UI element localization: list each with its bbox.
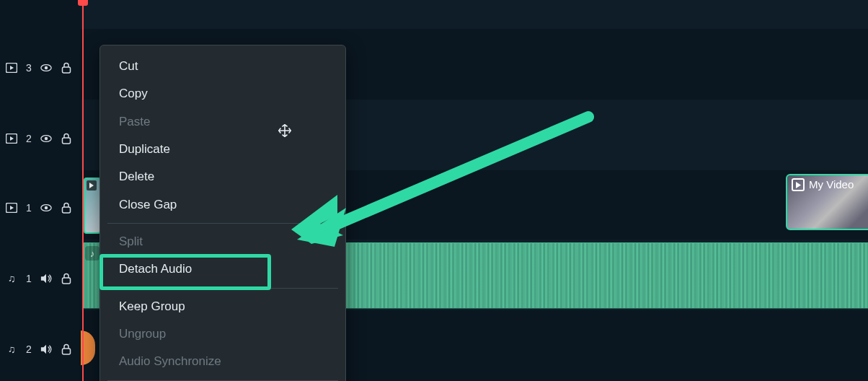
audio-clip-main[interactable] — [346, 242, 868, 309]
video-clip-left-partial[interactable] — [84, 178, 101, 234]
volume-icon[interactable] — [40, 273, 52, 284]
playhead[interactable] — [82, 0, 84, 381]
svg-point-8 — [45, 137, 48, 140]
svg-marker-17 — [41, 345, 46, 354]
svg-rect-9 — [62, 138, 70, 144]
ctx-separator — [107, 288, 338, 289]
play-icon — [87, 180, 97, 190]
ctx-keep-group[interactable]: Keep Group — [100, 293, 345, 320]
ctx-close-gap[interactable]: Close Gap — [100, 191, 345, 219]
track-header-audio2[interactable]: ♫ 2 — [0, 332, 81, 367]
ctx-paste: Paste — [100, 108, 345, 136]
svg-rect-4 — [62, 67, 70, 73]
play-icon — [792, 178, 805, 191]
track-header-video2[interactable]: 2 — [0, 121, 81, 156]
visibility-icon[interactable] — [40, 133, 52, 144]
ctx-cut[interactable]: Cut — [100, 53, 345, 80]
video-clip-label: My Video — [809, 178, 854, 190]
track-header-video1[interactable]: 1 — [0, 190, 81, 225]
ctx-copy[interactable]: Copy — [100, 80, 345, 108]
video-track-icon — [6, 133, 17, 144]
svg-marker-19 — [89, 183, 94, 188]
lock-icon[interactable] — [61, 202, 72, 214]
ctx-audio-synchronize[interactable]: Audio Synchronize — [100, 348, 345, 375]
video-clip-right[interactable]: My Video — [786, 174, 868, 230]
video-track-icon — [6, 63, 17, 73]
svg-marker-6 — [10, 136, 14, 141]
waveform — [346, 243, 868, 308]
video-track-icon — [6, 203, 17, 213]
context-menu: Cut Copy Paste Duplicate Delete Close Ga… — [99, 45, 346, 381]
svg-rect-16 — [62, 278, 70, 284]
visibility-icon[interactable] — [40, 203, 52, 213]
ctx-detach-audio[interactable]: Detach Audio — [100, 255, 345, 283]
track-header-audio1[interactable]: ♫ 1 — [0, 261, 81, 296]
svg-marker-11 — [10, 206, 14, 210]
svg-rect-18 — [62, 349, 70, 354]
svg-rect-14 — [62, 207, 70, 213]
lock-icon[interactable] — [61, 133, 72, 144]
track-header-video3[interactable]: 3 — [0, 51, 81, 85]
track-label: 1 — [26, 273, 32, 284]
lane-ruler — [81, 0, 868, 29]
visibility-icon[interactable] — [40, 63, 52, 73]
track-label: 1 — [26, 202, 32, 214]
track-label: 3 — [26, 62, 32, 74]
music-note-icon: ♪ — [85, 246, 99, 260]
lock-icon[interactable] — [61, 273, 72, 284]
lock-icon[interactable] — [61, 343, 72, 355]
ctx-separator — [107, 223, 338, 224]
ctx-duplicate[interactable]: Duplicate — [100, 136, 345, 163]
track-label: 2 — [26, 133, 32, 144]
volume-icon[interactable] — [40, 343, 52, 355]
audio-track-icon: ♫ — [6, 343, 17, 355]
lock-icon[interactable] — [61, 62, 72, 74]
svg-point-3 — [45, 66, 48, 69]
svg-marker-20 — [796, 182, 801, 188]
ctx-ungroup: Ungroup — [100, 320, 345, 348]
ctx-delete[interactable]: Delete — [100, 163, 345, 190]
svg-marker-15 — [41, 274, 46, 283]
audio-track-icon: ♫ — [6, 273, 17, 284]
timeline-area: 3 2 1 — [0, 0, 868, 381]
svg-marker-1 — [10, 66, 14, 70]
ctx-split: Split — [100, 228, 345, 255]
svg-point-13 — [45, 206, 48, 209]
track-label: 2 — [26, 343, 32, 355]
track-headers: 3 2 1 — [0, 0, 81, 381]
